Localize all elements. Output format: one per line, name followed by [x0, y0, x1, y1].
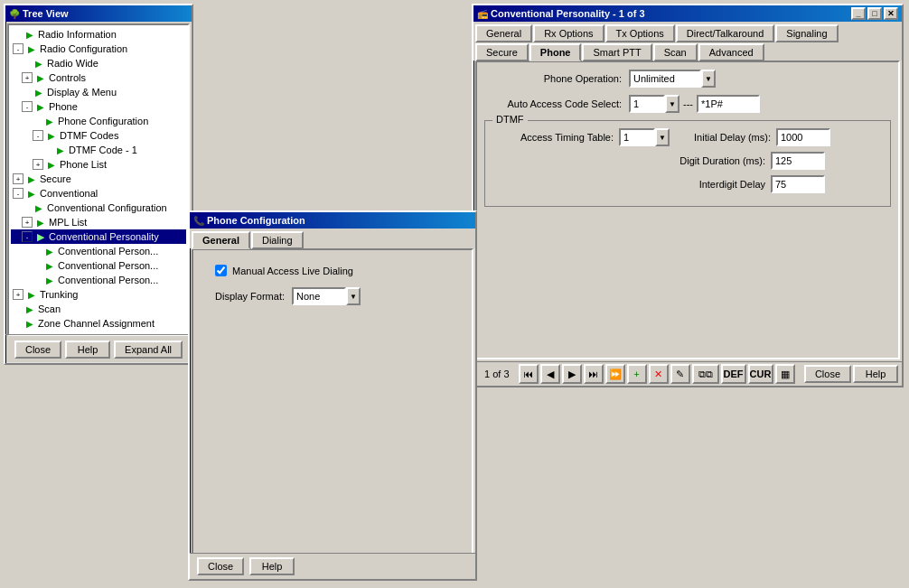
conv-personality-maximize-btn[interactable]: □	[867, 7, 882, 20]
conv-personality-window: 📻 Conventional Personality - 1 of 3 _ □ …	[472, 4, 904, 387]
nav-add-btn[interactable]: +	[627, 364, 647, 384]
mpl-list-expander[interactable]: +	[22, 217, 33, 228]
tab-general[interactable]: General	[475, 24, 532, 42]
conventional-icon: ▶	[25, 187, 38, 200]
tree-item-mpl-list[interactable]: + ▶ MPL List	[11, 215, 186, 229]
tree-help-button[interactable]: Help	[65, 341, 110, 359]
tree-item-scan[interactable]: ▶ Scan	[11, 302, 186, 316]
conv-personality-close-btn[interactable]: ✕	[884, 7, 898, 20]
nav-first-btn[interactable]: ⏮	[519, 364, 539, 384]
tree-item-conv-person-1[interactable]: ▶ Conventional Person...	[11, 244, 186, 258]
auto-access-code-input[interactable]	[629, 95, 665, 113]
conv-close-button[interactable]: Close	[804, 365, 851, 383]
tree-item-conv-personality[interactable]: - ▶ Conventional Personality	[11, 229, 186, 244]
phone-config-help-button[interactable]: Help	[249, 557, 295, 575]
tree-bottom-bar: Close Help Expand All	[5, 334, 192, 363]
secure-expander[interactable]: +	[13, 173, 23, 184]
tree-item-conv-config[interactable]: ▶ Conventional Configuration	[11, 201, 186, 215]
tab-signaling[interactable]: Signaling	[775, 24, 838, 42]
auto-access-code-select-wrapper: ▼	[629, 95, 679, 113]
phone-config-tabs: General Dialing	[190, 229, 475, 248]
auto-access-code-dropdown-arrow[interactable]: ▼	[665, 95, 679, 113]
conv-help-button[interactable]: Help	[853, 365, 898, 383]
phone-operation-input[interactable]	[629, 70, 701, 88]
phone-config-close-button[interactable]: Close	[197, 557, 244, 575]
access-timing-input[interactable]	[619, 128, 655, 146]
tab-smart-ptt[interactable]: Smart PTT	[582, 43, 651, 61]
tree-item-dtmf-code-1[interactable]: ▶ DTMF Code - 1	[11, 143, 186, 157]
tree-item-phone[interactable]: - ▶ Phone	[11, 99, 186, 114]
display-format-dropdown-arrow[interactable]: ▼	[346, 287, 361, 305]
manual-access-checkbox[interactable]	[215, 265, 227, 276]
conv-personality-win-icon: 📻	[477, 9, 488, 19]
tab-phone-general[interactable]: General	[192, 231, 250, 249]
nav-fast-fwd-btn[interactable]: ⏩	[605, 364, 625, 384]
tree-item-conventional[interactable]: - ▶ Conventional	[11, 186, 186, 201]
tab-secure[interactable]: Secure	[475, 43, 529, 61]
radio-config-expander[interactable]: -	[13, 43, 23, 54]
auto-access-code-text[interactable]	[697, 95, 760, 113]
tree-view-titlebar: 🌳 Tree View	[5, 5, 192, 22]
tree-item-radio-wide[interactable]: ▶ Radio Wide	[11, 56, 186, 70]
controls-expander[interactable]: +	[22, 72, 33, 83]
phone-expander[interactable]: -	[22, 101, 33, 112]
zone-channel-icon: ▶	[23, 317, 36, 330]
conv-personality-expander[interactable]: -	[22, 231, 33, 242]
radio-config-icon: ▶	[25, 42, 38, 55]
conv-person-1-icon: ▶	[43, 245, 56, 257]
tree-item-radio-info[interactable]: ▶ Radio Information	[11, 27, 186, 42]
conv-personality-icon: ▶	[34, 230, 47, 243]
edit-icon: ✎	[676, 369, 684, 380]
nav-cur-btn[interactable]: CUR	[748, 364, 773, 384]
tab-rx-options[interactable]: Rx Options	[533, 24, 604, 42]
tree-view-title-left: 🌳 Tree View	[9, 8, 69, 19]
tab-scan[interactable]: Scan	[653, 43, 698, 61]
access-timing-select-wrapper: ▼	[619, 128, 670, 146]
tab-direct-talkaround[interactable]: Direct/Talkaround	[676, 24, 775, 42]
tab-tx-options[interactable]: Tx Options	[605, 24, 675, 42]
tree-item-display-menu[interactable]: ▶ Display & Menu	[11, 85, 186, 99]
tree-item-radio-config[interactable]: - ▶ Radio Configuration	[11, 42, 186, 56]
add-icon: +	[633, 369, 639, 379]
digit-duration-input[interactable]	[771, 152, 825, 170]
digit-duration-label: Digit Duration (ms):	[671, 155, 771, 166]
tree-item-trunking[interactable]: + ▶ Trunking	[11, 287, 186, 302]
tree-item-phone-list[interactable]: + ▶ Phone List	[11, 157, 186, 172]
tab-phone[interactable]: Phone	[529, 43, 582, 61]
nav-play-btn[interactable]: ▶	[562, 364, 582, 384]
tree-item-conv-person-2[interactable]: ▶ Conventional Person...	[11, 258, 186, 273]
tree-item-secure[interactable]: + ▶ Secure	[11, 172, 186, 186]
nav-def-btn[interactable]: DEF	[721, 364, 746, 384]
tree-expand-all-button[interactable]: Expand All	[114, 341, 183, 359]
nav-last-btn[interactable]: ⏭	[584, 364, 604, 384]
display-format-input[interactable]	[292, 287, 346, 305]
access-timing-dropdown-arrow[interactable]: ▼	[655, 128, 670, 146]
tree-item-zone-channel[interactable]: ▶ Zone Channel Assignment	[11, 316, 186, 331]
trunking-expander[interactable]: +	[13, 289, 23, 300]
conventional-expander[interactable]: -	[13, 188, 23, 199]
scan-label: Scan	[38, 303, 61, 314]
nav-copy-btn[interactable]: ⧉⧉	[692, 364, 719, 384]
dtmf-expander[interactable]: -	[33, 130, 43, 141]
access-timing-label: Access Timing Table:	[492, 132, 619, 143]
tab-advanced[interactable]: Advanced	[698, 43, 764, 61]
tree-item-phone-config[interactable]: ▶ Phone Configuration	[11, 114, 186, 128]
conv-personality-minimize-btn[interactable]: _	[851, 7, 866, 20]
tab-phone-dialing[interactable]: Dialing	[251, 231, 304, 249]
phone-list-expander[interactable]: +	[33, 159, 43, 170]
phone-config-icon: ▶	[43, 115, 56, 127]
tree-close-button[interactable]: Close	[14, 341, 61, 359]
phone-config-titlebar: 📞 Phone Configuration	[190, 212, 475, 229]
conv-personality-win-buttons: _ □ ✕	[851, 7, 898, 20]
interdigit-delay-input[interactable]	[771, 175, 825, 193]
nav-delete-btn[interactable]: ✕	[649, 364, 669, 384]
nav-grid-btn[interactable]: ▦	[775, 364, 795, 384]
nav-edit-btn[interactable]: ✎	[670, 364, 690, 384]
tree-item-conv-person-3[interactable]: ▶ Conventional Person...	[11, 273, 186, 287]
phone-operation-dropdown-arrow[interactable]: ▼	[701, 70, 716, 88]
tree-item-dtmf-codes[interactable]: - ▶ DTMF Codes	[11, 128, 186, 143]
radio-info-label: Radio Information	[38, 29, 117, 40]
nav-prev-btn[interactable]: ◀	[540, 364, 560, 384]
tree-item-controls[interactable]: + ▶ Controls	[11, 70, 186, 85]
initial-delay-input[interactable]	[776, 128, 830, 146]
